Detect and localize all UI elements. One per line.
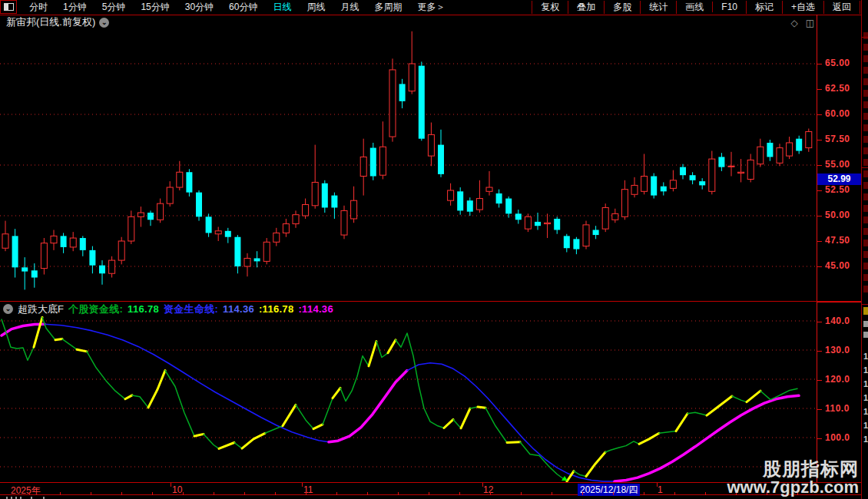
minor-tick: [582, 492, 583, 495]
candle: [167, 181, 173, 207]
minor-tick: [244, 492, 245, 495]
toolbar-button[interactable]: 画线: [676, 1, 712, 14]
axis-tick: [817, 216, 822, 216]
toolbar-button[interactable]: 叠加: [568, 1, 604, 14]
indicator-line-segment: [296, 405, 313, 428]
period-tab[interactable]: 分时: [22, 1, 55, 14]
indicator-line-segment: [478, 407, 485, 408]
indicator-name[interactable]: 超跌大底F: [18, 302, 64, 316]
candle: [747, 154, 754, 182]
period-tab[interactable]: 15分钟: [133, 1, 177, 14]
period-tab[interactable]: 60分钟: [221, 1, 265, 14]
candle: [322, 180, 328, 213]
period-tab[interactable]: 更多＞: [409, 1, 452, 14]
candle: [409, 31, 415, 94]
cutoff-digit: 1: [863, 393, 868, 402]
indicator-line-segment: [340, 356, 369, 402]
candle: [51, 230, 57, 250]
candle: [99, 260, 105, 285]
cutoff-digit: 1: [863, 365, 868, 375]
candle: [545, 213, 551, 238]
indicator-line-segment: [605, 441, 639, 452]
indicator-line-segment: [407, 363, 615, 481]
minor-tick: [705, 492, 706, 495]
candle: [486, 171, 492, 196]
minor-tick: [275, 492, 276, 495]
split-panel-icon: [4, 3, 14, 11]
period-tabs: 分时1分钟5分钟15分钟30分钟60分钟日线周线月线多周期更多＞: [22, 0, 452, 14]
toolbar-button[interactable]: +自选: [782, 1, 823, 14]
period-tab[interactable]: 30分钟: [177, 1, 221, 14]
indicator-line-segment: [313, 425, 323, 429]
selected-date-label: 2025/12/18/四: [578, 484, 640, 497]
indicator-axis-label: 100.0: [825, 432, 850, 443]
candle: [379, 121, 386, 179]
period-tab[interactable]: 多周期: [366, 1, 409, 14]
candle: [467, 197, 473, 216]
indicator-value-label: 资金生命线:: [164, 302, 218, 316]
cutoff-yellow-glyph: [863, 307, 868, 315]
indicator-line-segment: [732, 396, 747, 402]
indicator-line-segment: [707, 396, 732, 415]
month-tick: [482, 483, 483, 487]
period-tab[interactable]: 周线: [299, 1, 333, 14]
period-tab[interactable]: 1分钟: [55, 1, 94, 14]
cutoff-digit: 1: [863, 379, 868, 388]
indicator-line-segment: [687, 412, 707, 415]
candle: [360, 139, 366, 196]
date-label: 12: [483, 484, 493, 495]
toolbar-button[interactable]: 统计: [640, 1, 676, 14]
candle: [621, 180, 628, 220]
price-axis-label: 62.50: [825, 83, 850, 94]
cutoff-gray-glyph: [863, 332, 868, 338]
candle: [109, 256, 115, 278]
candle: [419, 61, 425, 140]
candle: [303, 199, 309, 219]
axis-tick: [817, 89, 822, 90]
candle: [31, 263, 38, 288]
toolbar-button[interactable]: 标记: [746, 1, 782, 14]
indicator-line-segment: [125, 395, 132, 399]
watermark: 股朋指标网 www.7gpzb.com: [727, 459, 859, 496]
candle: [554, 216, 560, 233]
indicator-line-segment: [747, 391, 760, 402]
indicator-line-segment: [132, 395, 148, 408]
candle: [12, 229, 18, 277]
candle: [651, 173, 657, 199]
candle: [206, 213, 212, 236]
candle: [70, 232, 76, 251]
period-tab[interactable]: 日线: [265, 1, 299, 14]
minor-tick: [152, 492, 153, 495]
candlestick-chart: [0, 29, 817, 301]
axis-tick: [817, 64, 822, 64]
indicator-line-segment: [396, 333, 444, 428]
toolbar-button[interactable]: F10: [712, 2, 746, 12]
candle: [593, 226, 599, 239]
indicator-line-segment: [62, 339, 77, 350]
chevron-down-icon[interactable]: ⌄: [99, 18, 109, 28]
period-tab[interactable]: 月线: [333, 1, 366, 14]
minor-tick: [674, 492, 675, 495]
axis-tick: [817, 140, 822, 140]
toolbar-button[interactable]: 复权: [532, 1, 568, 14]
axis-tick: [817, 351, 822, 352]
chevron-down-icon[interactable]: ⌄: [3, 304, 13, 314]
candle: [767, 140, 773, 161]
toolbar-button[interactable]: 返回: [823, 1, 860, 14]
indicator-line-segment: [586, 452, 605, 477]
diamond-icon[interactable]: ◇: [790, 18, 797, 28]
minor-tick: [367, 492, 368, 495]
axis-tick: [817, 165, 822, 166]
panel-toggle-icon[interactable]: ◫: [806, 18, 814, 28]
month-tick: [302, 483, 303, 487]
period-tab[interactable]: 5分钟: [94, 1, 134, 14]
minor-tick: [490, 492, 491, 495]
layout-toggle-button[interactable]: [0, 0, 17, 14]
price-axis-label: 65.00: [825, 58, 850, 68]
candle: [777, 144, 783, 166]
toolbar-button[interactable]: 多股: [604, 1, 640, 14]
month-tick: [171, 483, 171, 487]
minor-tick: [214, 492, 214, 495]
cutoff-text-glyphs: [863, 32, 868, 297]
indicator-line-segment: [194, 434, 204, 436]
